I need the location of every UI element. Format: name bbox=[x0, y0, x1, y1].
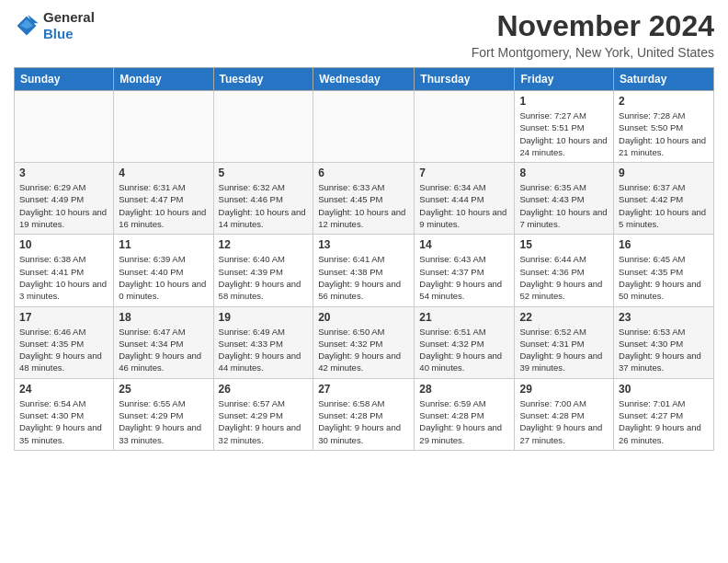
day-cell: 9Sunrise: 6:37 AM Sunset: 4:42 PM Daylig… bbox=[614, 163, 714, 235]
day-info: Sunrise: 7:27 AM Sunset: 5:51 PM Dayligh… bbox=[519, 109, 609, 158]
day-info: Sunrise: 6:45 AM Sunset: 4:35 PM Dayligh… bbox=[619, 253, 709, 302]
day-cell: 1Sunrise: 7:27 AM Sunset: 5:51 PM Daylig… bbox=[515, 91, 614, 163]
day-info: Sunrise: 6:53 AM Sunset: 4:30 PM Dayligh… bbox=[619, 326, 709, 374]
day-cell: 11Sunrise: 6:39 AM Sunset: 4:40 PM Dayli… bbox=[114, 235, 213, 306]
day-cell: 3Sunrise: 6:29 AM Sunset: 4:49 PM Daylig… bbox=[15, 163, 114, 235]
col-header-thursday: Thursday bbox=[415, 68, 515, 91]
day-info: Sunrise: 6:46 AM Sunset: 4:35 PM Dayligh… bbox=[19, 326, 108, 374]
day-info: Sunrise: 6:31 AM Sunset: 4:47 PM Dayligh… bbox=[119, 181, 208, 230]
logo-text: General Blue bbox=[43, 9, 95, 42]
day-number: 1 bbox=[519, 95, 609, 108]
week-row-0: 1Sunrise: 7:27 AM Sunset: 5:51 PM Daylig… bbox=[15, 91, 714, 163]
day-cell: 7Sunrise: 6:34 AM Sunset: 4:44 PM Daylig… bbox=[415, 163, 515, 235]
calendar-table: SundayMondayTuesdayWednesdayThursdayFrid… bbox=[14, 67, 714, 451]
day-cell: 6Sunrise: 6:33 AM Sunset: 4:45 PM Daylig… bbox=[313, 163, 415, 235]
day-number: 23 bbox=[619, 311, 709, 324]
week-row-1: 3Sunrise: 6:29 AM Sunset: 4:49 PM Daylig… bbox=[15, 163, 714, 235]
day-cell: 19Sunrise: 6:49 AM Sunset: 4:33 PM Dayli… bbox=[213, 306, 313, 378]
day-number: 12 bbox=[219, 238, 309, 251]
day-cell: 30Sunrise: 7:01 AM Sunset: 4:27 PM Dayli… bbox=[614, 378, 714, 450]
day-number: 7 bbox=[419, 167, 509, 179]
day-cell: 25Sunrise: 6:55 AM Sunset: 4:29 PM Dayli… bbox=[114, 378, 213, 450]
day-cell: 16Sunrise: 6:45 AM Sunset: 4:35 PM Dayli… bbox=[614, 235, 714, 306]
day-number: 5 bbox=[219, 167, 309, 179]
col-header-friday: Friday bbox=[515, 68, 614, 91]
day-number: 10 bbox=[19, 238, 108, 251]
day-cell: 17Sunrise: 6:46 AM Sunset: 4:35 PM Dayli… bbox=[15, 306, 114, 378]
day-info: Sunrise: 6:38 AM Sunset: 4:41 PM Dayligh… bbox=[19, 253, 108, 302]
day-cell: 22Sunrise: 6:52 AM Sunset: 4:31 PM Dayli… bbox=[515, 306, 614, 378]
day-cell: 29Sunrise: 7:00 AM Sunset: 4:28 PM Dayli… bbox=[515, 378, 614, 450]
day-cell: 24Sunrise: 6:54 AM Sunset: 4:30 PM Dayli… bbox=[15, 378, 114, 450]
logo-general: General bbox=[43, 9, 95, 25]
day-cell bbox=[313, 91, 415, 163]
day-info: Sunrise: 6:29 AM Sunset: 4:49 PM Dayligh… bbox=[19, 181, 108, 230]
day-number: 20 bbox=[318, 311, 409, 324]
day-cell: 26Sunrise: 6:57 AM Sunset: 4:29 PM Dayli… bbox=[213, 378, 313, 450]
day-number: 13 bbox=[318, 238, 409, 251]
day-number: 11 bbox=[119, 238, 208, 251]
day-info: Sunrise: 6:51 AM Sunset: 4:32 PM Dayligh… bbox=[419, 326, 509, 374]
day-number: 30 bbox=[619, 383, 709, 396]
day-number: 8 bbox=[519, 167, 609, 179]
logo-blue: Blue bbox=[43, 26, 74, 41]
day-number: 18 bbox=[119, 311, 208, 324]
day-number: 3 bbox=[19, 167, 108, 179]
day-number: 6 bbox=[318, 167, 409, 179]
day-cell: 5Sunrise: 6:32 AM Sunset: 4:46 PM Daylig… bbox=[213, 163, 313, 235]
day-cell: 15Sunrise: 6:44 AM Sunset: 4:36 PM Dayli… bbox=[515, 235, 614, 306]
day-number: 17 bbox=[19, 311, 108, 324]
col-header-tuesday: Tuesday bbox=[213, 68, 313, 91]
day-number: 27 bbox=[318, 383, 409, 396]
day-info: Sunrise: 6:33 AM Sunset: 4:45 PM Dayligh… bbox=[318, 181, 409, 230]
day-cell: 10Sunrise: 6:38 AM Sunset: 4:41 PM Dayli… bbox=[15, 235, 114, 306]
day-info: Sunrise: 6:58 AM Sunset: 4:28 PM Dayligh… bbox=[318, 397, 409, 446]
day-info: Sunrise: 6:57 AM Sunset: 4:29 PM Dayligh… bbox=[219, 397, 309, 446]
day-info: Sunrise: 6:49 AM Sunset: 4:33 PM Dayligh… bbox=[219, 326, 309, 374]
day-info: Sunrise: 6:47 AM Sunset: 4:34 PM Dayligh… bbox=[119, 326, 208, 374]
day-cell: 23Sunrise: 6:53 AM Sunset: 4:30 PM Dayli… bbox=[614, 306, 714, 378]
day-number: 15 bbox=[519, 238, 609, 251]
day-info: Sunrise: 6:44 AM Sunset: 4:36 PM Dayligh… bbox=[519, 253, 609, 302]
day-cell: 18Sunrise: 6:47 AM Sunset: 4:34 PM Dayli… bbox=[114, 306, 213, 378]
day-info: Sunrise: 6:37 AM Sunset: 4:42 PM Dayligh… bbox=[619, 181, 709, 230]
day-info: Sunrise: 6:41 AM Sunset: 4:38 PM Dayligh… bbox=[318, 253, 409, 302]
day-cell: 4Sunrise: 6:31 AM Sunset: 4:47 PM Daylig… bbox=[114, 163, 213, 235]
day-cell: 14Sunrise: 6:43 AM Sunset: 4:37 PM Dayli… bbox=[415, 235, 515, 306]
day-info: Sunrise: 7:01 AM Sunset: 4:27 PM Dayligh… bbox=[619, 397, 709, 446]
day-number: 29 bbox=[519, 383, 609, 396]
day-number: 22 bbox=[519, 311, 609, 324]
day-info: Sunrise: 6:55 AM Sunset: 4:29 PM Dayligh… bbox=[119, 397, 208, 446]
day-number: 25 bbox=[119, 383, 208, 396]
day-cell: 8Sunrise: 6:35 AM Sunset: 4:43 PM Daylig… bbox=[515, 163, 614, 235]
week-row-4: 24Sunrise: 6:54 AM Sunset: 4:30 PM Dayli… bbox=[15, 378, 714, 450]
logo: General Blue bbox=[14, 9, 95, 42]
month-title: November 2024 bbox=[472, 9, 714, 43]
col-header-monday: Monday bbox=[114, 68, 213, 91]
day-info: Sunrise: 6:50 AM Sunset: 4:32 PM Dayligh… bbox=[318, 326, 409, 374]
day-cell: 13Sunrise: 6:41 AM Sunset: 4:38 PM Dayli… bbox=[313, 235, 415, 306]
day-cell: 21Sunrise: 6:51 AM Sunset: 4:32 PM Dayli… bbox=[415, 306, 515, 378]
page-header: General Blue November 2024 Fort Montgome… bbox=[14, 9, 714, 60]
day-info: Sunrise: 6:32 AM Sunset: 4:46 PM Dayligh… bbox=[219, 181, 309, 230]
calendar-header: SundayMondayTuesdayWednesdayThursdayFrid… bbox=[15, 68, 714, 91]
col-header-wednesday: Wednesday bbox=[313, 68, 415, 91]
day-number: 9 bbox=[619, 167, 709, 179]
week-row-3: 17Sunrise: 6:46 AM Sunset: 4:35 PM Dayli… bbox=[15, 306, 714, 378]
header-row: SundayMondayTuesdayWednesdayThursdayFrid… bbox=[15, 68, 714, 91]
title-area: November 2024 Fort Montgomery, New York,… bbox=[472, 9, 714, 60]
day-info: Sunrise: 6:35 AM Sunset: 4:43 PM Dayligh… bbox=[519, 181, 609, 230]
day-cell bbox=[114, 91, 213, 163]
day-number: 16 bbox=[619, 238, 709, 251]
location: Fort Montgomery, New York, United States bbox=[472, 45, 714, 60]
day-info: Sunrise: 7:00 AM Sunset: 4:28 PM Dayligh… bbox=[519, 397, 609, 446]
day-cell: 27Sunrise: 6:58 AM Sunset: 4:28 PM Dayli… bbox=[313, 378, 415, 450]
calendar-body: 1Sunrise: 7:27 AM Sunset: 5:51 PM Daylig… bbox=[15, 91, 714, 451]
day-number: 21 bbox=[419, 311, 509, 324]
day-info: Sunrise: 6:52 AM Sunset: 4:31 PM Dayligh… bbox=[519, 326, 609, 374]
day-info: Sunrise: 6:39 AM Sunset: 4:40 PM Dayligh… bbox=[119, 253, 208, 302]
day-cell bbox=[213, 91, 313, 163]
day-cell bbox=[15, 91, 114, 163]
day-cell: 2Sunrise: 7:28 AM Sunset: 5:50 PM Daylig… bbox=[614, 91, 714, 163]
col-header-sunday: Sunday bbox=[15, 68, 114, 91]
